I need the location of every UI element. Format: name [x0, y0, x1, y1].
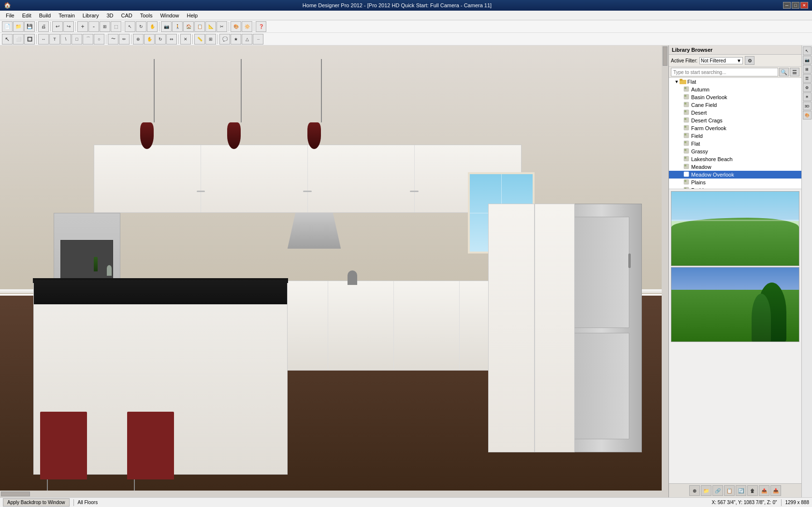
lib-link-button[interactable]: 🔗	[712, 485, 723, 496]
elevation-line[interactable]: ⏤	[253, 34, 263, 45]
help-button[interactable]: ❓	[256, 21, 266, 32]
apply-backdrop-button[interactable]: Apply Backdrop to Window	[3, 498, 70, 507]
ri-light-icon[interactable]: ☀	[803, 92, 812, 101]
zoom-fit-button[interactable]: ⊞	[100, 21, 110, 32]
lib-import-button[interactable]: 📥	[770, 485, 781, 496]
ri-select-icon[interactable]: ↖	[803, 46, 812, 55]
search-options-button[interactable]: ☰	[790, 68, 799, 76]
scrollbar-thumb-v[interactable]	[663, 46, 667, 66]
select-similar[interactable]: 🔲	[24, 34, 35, 45]
viewport-scrollbar-v[interactable]	[662, 45, 668, 491]
tree-item-farm-overlook[interactable]: Farm Overlook	[669, 124, 801, 132]
cross-section-button[interactable]: ✂	[217, 21, 227, 32]
tree-item-meadow-overlook[interactable]: Meadow Overlook	[669, 171, 801, 179]
copy-tool[interactable]: ⊕	[133, 34, 144, 45]
tree-item-desert[interactable]: Desert	[669, 109, 801, 117]
rotate-handle[interactable]: ↻	[155, 34, 166, 45]
mirror-tool[interactable]: ⇔	[166, 34, 177, 45]
lib-delete-button[interactable]: 🗑	[747, 485, 758, 496]
print-button[interactable]: 🖨	[38, 21, 49, 32]
filter-options-button[interactable]: ⚙	[745, 56, 754, 65]
minimize-button[interactable]: ─	[783, 2, 791, 9]
circle-tool[interactable]: ○	[94, 34, 104, 45]
menu-item-cad[interactable]: CAD	[117, 12, 136, 19]
maximize-button[interactable]: □	[792, 2, 799, 9]
walk-button[interactable]: 🚶	[172, 21, 183, 32]
ri-material-icon[interactable]: 🎨	[803, 111, 812, 119]
new-button[interactable]: 📄	[2, 21, 13, 32]
redo-button[interactable]: ↪	[63, 21, 74, 32]
viewport[interactable]	[0, 45, 668, 497]
filter-dropdown[interactable]: Not Filtered ▼	[699, 57, 743, 64]
pointer-tool[interactable]: ↖	[2, 34, 13, 45]
snap-tool[interactable]: ⊞	[205, 34, 216, 45]
ri-3d-icon[interactable]: 3D	[803, 102, 812, 110]
lib-refresh-button[interactable]: 🔄	[736, 485, 746, 496]
menu-item-file[interactable]: File	[2, 12, 18, 19]
select-button[interactable]: ↖	[125, 21, 135, 32]
select-objects[interactable]: ⬜	[13, 34, 24, 45]
library-search-input[interactable]	[671, 68, 778, 76]
menu-item-terrain[interactable]: Terrain	[55, 12, 79, 19]
ri-grid-icon[interactable]: ⊞	[803, 65, 812, 74]
tree-item-basin-overlook[interactable]: Basin Overlook	[669, 93, 801, 101]
materials-button[interactable]: 🎨	[231, 21, 241, 32]
symbol-tool[interactable]: ★	[231, 34, 241, 45]
tree-item-lakeshore-beach[interactable]: Lakeshore Beach	[669, 155, 801, 163]
tree-item-field[interactable]: Field	[669, 132, 801, 140]
open-button[interactable]: 📁	[13, 21, 24, 32]
dimension-tool[interactable]: ↔	[38, 34, 49, 45]
menu-item-build[interactable]: Build	[35, 12, 55, 19]
tree-item-desert-crags[interactable]: Desert Crags	[669, 117, 801, 124]
menu-item-library[interactable]: Library	[79, 12, 103, 19]
tree-expand-icon[interactable]: ▼	[674, 79, 680, 84]
zoom-in-button[interactable]: +	[77, 21, 88, 32]
tree-item-grassy[interactable]: Grassy	[669, 148, 801, 155]
text-tool[interactable]: T	[49, 34, 60, 45]
menu-item-edit[interactable]: Edit	[18, 12, 35, 19]
lib-add-button[interactable]: ⊕	[689, 485, 700, 496]
free-form-tool[interactable]: ✏	[119, 34, 130, 45]
tree-item-cane-field[interactable]: Cane Field	[669, 101, 801, 109]
zoom-window-button[interactable]: ⬚	[111, 21, 121, 32]
tree-item-autumn[interactable]: Autumn	[669, 86, 801, 93]
move-tool[interactable]: ✋	[144, 34, 155, 45]
measure-tool[interactable]: 📏	[194, 34, 205, 45]
callout-tool[interactable]: 💬	[219, 34, 230, 45]
close-button[interactable]: ✕	[800, 2, 808, 9]
tree-item-flat[interactable]: Flat	[669, 140, 801, 148]
elevation-button[interactable]: 📐	[205, 21, 216, 32]
menu-item-window[interactable]: Window	[156, 12, 183, 19]
delete-tool[interactable]: ✕	[180, 34, 191, 45]
search-button[interactable]: 🔍	[779, 68, 789, 76]
ri-camera-icon[interactable]: 📷	[803, 56, 812, 64]
library-tree[interactable]: ▼FlatAutumnBasin OverlookCane FieldDeser…	[669, 78, 801, 189]
pan-button[interactable]: ✋	[147, 21, 158, 32]
lib-folder-button[interactable]: 📁	[701, 485, 711, 496]
line-tool[interactable]: \	[60, 34, 71, 45]
viewport-scrollbar-h[interactable]	[0, 491, 668, 497]
dollhouse-button[interactable]: 🏠	[183, 21, 194, 32]
tree-item-meadow[interactable]: Meadow	[669, 163, 801, 171]
menu-item-3d[interactable]: 3D	[102, 12, 117, 19]
floor-plan-button[interactable]: 📋	[194, 21, 205, 32]
undo-button[interactable]: ↩	[52, 21, 63, 32]
lib-copy-button[interactable]: 📋	[724, 485, 735, 496]
elevation-point[interactable]: △	[242, 34, 252, 45]
spline-tool[interactable]: 〜	[108, 34, 118, 45]
render-button[interactable]: 🔆	[242, 21, 252, 32]
rectangle-tool[interactable]: □	[72, 34, 82, 45]
arc-tool[interactable]: ⌒	[83, 34, 93, 45]
lib-export-button[interactable]: 📤	[759, 485, 769, 496]
ri-layers-icon[interactable]: ☰	[803, 74, 812, 83]
scrollbar-thumb-h[interactable]	[1, 492, 30, 496]
menu-item-help[interactable]: Help	[183, 12, 202, 19]
menu-item-tools[interactable]: Tools	[136, 12, 157, 19]
ri-settings-icon[interactable]: ⚙	[803, 83, 812, 92]
save-button[interactable]: 💾	[24, 21, 35, 32]
tree-item-plains[interactable]: Plains	[669, 179, 801, 186]
tree-item-flat-parent[interactable]: ▼Flat	[669, 78, 801, 86]
rotate-button[interactable]: ↻	[136, 21, 146, 32]
zoom-out-button[interactable]: -	[88, 21, 99, 32]
camera-button[interactable]: 📷	[161, 21, 172, 32]
